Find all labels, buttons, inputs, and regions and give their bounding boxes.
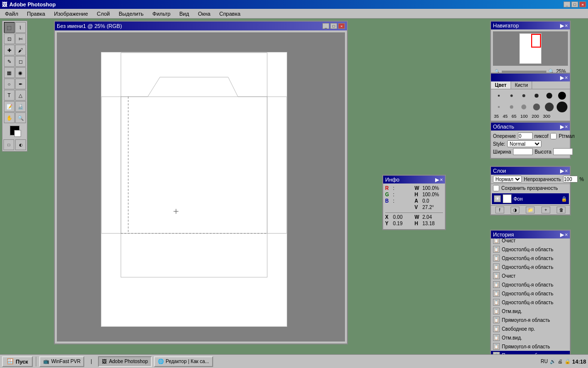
doc-title-buttons: _ □ × <box>322 23 345 29</box>
doc-close-button[interactable]: × <box>338 23 345 29</box>
nav-zoom-slider[interactable] <box>502 71 546 73</box>
history-item[interactable]: 📋Одностолбц-я область <box>491 289 570 298</box>
layers-mode-select[interactable]: Нормал <box>493 176 522 183</box>
tool-eyedropper[interactable]: 🔬 <box>15 101 26 112</box>
brush-dot-2[interactable] <box>506 91 517 100</box>
history-item[interactable]: 📋Очист <box>491 238 570 245</box>
brushes-close-btn[interactable]: × <box>565 75 568 81</box>
tool-pen[interactable]: ✒ <box>15 79 26 89</box>
layer-delete-btn[interactable]: 🗑 <box>557 207 565 213</box>
area-height-input[interactable] <box>553 148 573 155</box>
maximize-button[interactable]: □ <box>571 1 578 7</box>
menu-view[interactable]: Вид <box>176 10 192 18</box>
history-item[interactable]: 📋Отм.вид. <box>491 333 570 342</box>
info-x-label: X <box>385 214 391 220</box>
area-close-btn[interactable]: × <box>565 124 568 130</box>
history-menu-btn[interactable]: ▶ <box>560 232 564 238</box>
history-item[interactable]: 📋Свободное пр. <box>491 324 570 333</box>
tab-brushes[interactable]: Кисти <box>511 81 533 89</box>
brush-dot-8[interactable] <box>506 101 517 113</box>
menu-window[interactable]: Окна <box>195 10 214 18</box>
area-width-input[interactable] <box>513 148 533 155</box>
taskbar-item-editor[interactable]: 🌐 Редактор | Как са... <box>154 356 213 367</box>
tool-stamp[interactable]: ✎ <box>4 56 15 67</box>
area-style-select[interactable]: Normal <box>507 140 541 147</box>
start-button[interactable]: 🪟 Пуск <box>2 356 33 367</box>
layer-new-btn[interactable]: + <box>541 207 550 213</box>
brush-dot-4[interactable] <box>531 91 542 100</box>
layer-style-btn[interactable]: f <box>495 207 504 213</box>
tool-crop[interactable]: ⊡ <box>4 33 15 44</box>
layers-preserve-checkbox[interactable] <box>493 185 499 191</box>
layer-visibility-icon[interactable]: 👁 <box>494 195 501 202</box>
layers-opacity-input[interactable] <box>563 176 578 183</box>
mode-quick-mask[interactable]: ◐ <box>15 139 26 150</box>
tool-brush[interactable]: 🖌 <box>15 45 26 55</box>
tool-path[interactable]: △ <box>15 90 26 101</box>
doc-minimize-button[interactable]: _ <box>322 23 329 29</box>
history-item[interactable]: 📋Одностолбц-я область <box>491 263 570 271</box>
brush-dot-6[interactable] <box>556 91 568 100</box>
close-button[interactable]: × <box>579 1 586 7</box>
tool-marquee[interactable]: ⬚ <box>4 22 15 33</box>
area-menu-btn[interactable]: ▶ <box>560 124 564 130</box>
nav-close-btn[interactable]: × <box>565 23 568 29</box>
doc-maximize-button[interactable]: □ <box>330 23 337 29</box>
menu-image[interactable]: Изображение <box>51 10 91 18</box>
menu-select[interactable]: Выделить <box>116 10 147 18</box>
nav-menu-btn[interactable]: ▶ <box>560 23 564 29</box>
brush-dot-10[interactable] <box>531 101 542 113</box>
tool-slice[interactable]: ✄ <box>15 33 26 44</box>
layers-close-btn[interactable]: × <box>565 168 568 174</box>
tool-lasso[interactable]: ⌇ <box>15 22 26 33</box>
mode-standard[interactable]: □ <box>3 139 14 150</box>
history-item[interactable]: 📋Одностолбц-я область <box>491 254 570 263</box>
menu-filter[interactable]: Фильтр <box>149 10 173 18</box>
menu-file[interactable]: Файл <box>2 10 21 18</box>
brush-dot-1[interactable] <box>493 91 505 100</box>
tool-hand[interactable]: ✋ <box>4 112 15 123</box>
area-feather-input[interactable] <box>518 132 533 139</box>
menu-help[interactable]: Справка <box>216 10 243 18</box>
layers-menu-btn[interactable]: ▶ <box>560 168 564 174</box>
brush-dot-12[interactable] <box>556 101 568 113</box>
history-item[interactable]: 📋Отм.вид. <box>491 307 570 315</box>
tool-blur[interactable]: ◉ <box>15 67 26 78</box>
info-menu-btn[interactable]: ▶ <box>435 177 439 183</box>
brush-dot-9[interactable] <box>518 101 530 113</box>
tool-gradient[interactable]: ▦ <box>4 67 15 78</box>
doc-canvas-area[interactable] <box>57 32 345 342</box>
history-item[interactable]: 📋Одностолбц-я область <box>491 298 570 307</box>
history-item[interactable]: 📋Прямоугол-я область <box>491 342 570 351</box>
tool-eraser[interactable]: ◻ <box>15 56 26 67</box>
history-item[interactable]: 📋Очист <box>491 271 570 280</box>
history-item[interactable]: 📋Одностолбц-я область <box>491 245 570 254</box>
layer-mask-btn[interactable]: ◑ <box>511 207 519 213</box>
history-item[interactable]: 📋Одностолбц-я область <box>491 280 570 289</box>
menu-layer[interactable]: Слой <box>94 10 113 18</box>
history-close-btn[interactable]: × <box>565 232 568 238</box>
brush-dot-7[interactable] <box>493 101 505 113</box>
menu-edit[interactable]: Правка <box>24 10 48 18</box>
tool-dodge[interactable]: ○ <box>4 79 15 89</box>
tool-zoom[interactable]: 🔍 <box>15 112 26 123</box>
brush-dot-11[interactable] <box>543 101 555 113</box>
history-item[interactable]: 📋Прямоугол-я область <box>491 315 570 324</box>
tool-text[interactable]: T <box>4 90 15 101</box>
brushes-menu-btn[interactable]: ▶ <box>560 75 564 81</box>
title-bar-left: 🖼 Adobe Photoshop <box>2 1 56 7</box>
taskbar-item-photoshop[interactable]: 🖼 Adobe Photoshop <box>98 356 152 367</box>
layer-group-btn[interactable]: 📁 <box>526 207 535 213</box>
brush-dot-5[interactable] <box>543 91 555 100</box>
minimize-button[interactable]: _ <box>564 1 570 7</box>
foreground-color[interactable] <box>10 126 20 135</box>
tool-healing[interactable]: ✚ <box>4 45 15 55</box>
area-antialiased-checkbox[interactable] <box>550 133 557 139</box>
tab-color[interactable]: Цвет <box>491 81 511 89</box>
background-color[interactable] <box>14 130 21 137</box>
info-close-btn[interactable]: × <box>440 177 443 183</box>
taskbar-item-winfast[interactable]: 📺 WinFast PVR <box>39 356 84 367</box>
layer-item-background[interactable]: 👁 Фон 🔒 <box>492 193 569 204</box>
brush-dot-3[interactable] <box>518 91 530 100</box>
tool-notes[interactable]: 📝 <box>4 101 15 112</box>
